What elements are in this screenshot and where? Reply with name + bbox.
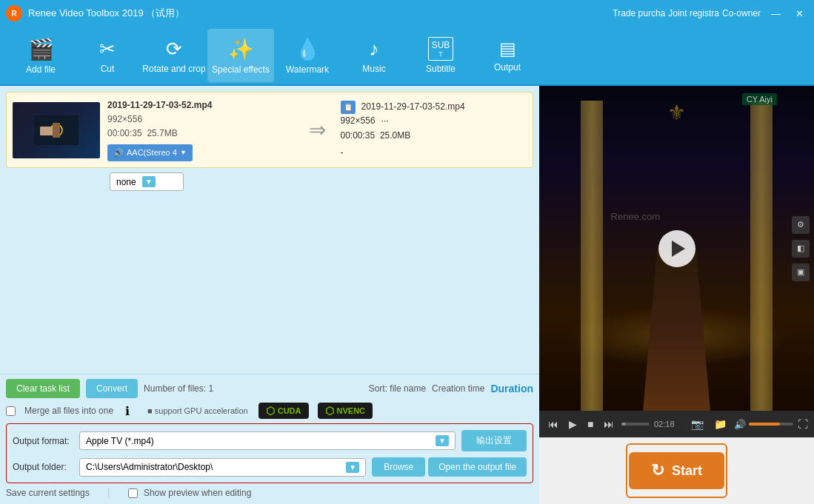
file-output-info: 📋 2019-11-29-17-03-52.mp4 992×556 ··· 00… [341, 100, 527, 160]
toolbar-effects-label: Special effects [212, 64, 270, 75]
sort-filename[interactable]: Sort: file name [369, 383, 426, 394]
nav-coowner[interactable]: Co-owner [722, 8, 761, 19]
folder-dropdown-arrow[interactable]: ▼ [346, 462, 359, 473]
app-title: Renee Video Toolbox 2019 （试用） [28, 7, 613, 20]
progress-bar[interactable] [621, 423, 650, 426]
cuda-badge: ⬡ CUDA [258, 403, 309, 419]
save-settings[interactable]: Save current settings [6, 488, 90, 498]
output-folder-row: Output folder: C:\Users\Administrator\De… [7, 454, 533, 480]
audio-select[interactable]: 🔊 AAC(Stereo 4 ▼ [107, 144, 193, 162]
input-resolution: 992×556 [107, 112, 294, 127]
browse-button[interactable]: Browse [372, 457, 425, 477]
toolbar-output[interactable]: ▤ Output [474, 29, 541, 82]
folder-button[interactable]: 📁 [711, 417, 730, 431]
toolbar-output-label: Output [494, 62, 521, 73]
video-side-btn-1[interactable]: ⚙ [792, 216, 810, 234]
rotate-icon: ⟳ [166, 38, 182, 61]
toolbar-watermark-label: Watermark [286, 64, 329, 75]
toolbar-cut[interactable]: ✂ Cut [74, 29, 141, 82]
output-folder-input[interactable]: C:\Users\Administrator\Desktop\ ▼ [79, 458, 366, 477]
convert-arrow: ⇒ [309, 118, 326, 142]
file-thumbnail [13, 102, 100, 158]
window-controls: — ✕ [767, 7, 808, 21]
output-resolution: 992×556 [341, 114, 376, 128]
toolbar-add-file[interactable]: 🎬 Add file [7, 29, 74, 82]
input-filename: 2019-11-29-17-03-52.mp4 [107, 98, 294, 112]
clear-task-button[interactable]: Clear task list [6, 379, 80, 398]
nav-trade[interactable]: Trade purcha [613, 8, 665, 19]
output-filename: 2019-11-29-17-03-52.mp4 [361, 100, 465, 114]
output-format-value: Apple TV (*.mp4) [86, 436, 154, 446]
toolbar-music[interactable]: ♪ Music [341, 29, 407, 82]
toolbar-subtitle[interactable]: SUBT Subtitle [407, 29, 474, 82]
volume-control: 🔊 [734, 419, 793, 430]
volume-bar[interactable] [749, 423, 793, 426]
start-label: Start [672, 463, 702, 479]
volume-icon[interactable]: 🔊 [734, 419, 746, 430]
video-side-btn-3[interactable]: ▣ [792, 263, 810, 281]
toolbar-music-label: Music [362, 64, 385, 74]
play-button[interactable] [658, 230, 695, 267]
file-list: 2019-11-29-17-03-52.mp4 992×556 00:00:35… [0, 86, 539, 374]
minimize-button[interactable]: — [767, 7, 785, 21]
thumbnail-image [13, 102, 100, 158]
nav-joint[interactable]: Joint registra [668, 8, 719, 19]
merge-label: Merge all files into one [24, 406, 113, 416]
toolbar-effects[interactable]: ✨ Special effects [207, 29, 274, 82]
file-controls: 🔊 AAC(Stereo 4 ▼ [107, 144, 294, 162]
bottom-controls: Clear task list Convert Number of files:… [0, 374, 539, 504]
left-panel: 2019-11-29-17-03-52.mp4 992×556 00:00:35… [0, 86, 539, 504]
cuda-label: CUDA [278, 406, 301, 415]
stop-button[interactable]: ■ [584, 417, 596, 431]
sort-creation[interactable]: Creation time [432, 383, 484, 394]
merge-gpu-row: Merge all files into one ℹ ■ support GPU… [6, 403, 533, 419]
nvenc-badge: ⬡ NVENC [318, 403, 373, 419]
file-input-info: 2019-11-29-17-03-52.mp4 992×556 00:00:35… [107, 98, 294, 161]
skip-end-button[interactable]: ⏭ [601, 417, 617, 431]
settings-button[interactable]: 输出设置 [461, 430, 527, 451]
preview-label: Show preview when editing [144, 488, 251, 498]
close-button[interactable]: ✕ [791, 7, 808, 21]
output-extra: - [341, 146, 527, 160]
titlebar: R Renee Video Toolbox 2019 （试用） Trade pu… [0, 0, 814, 27]
video-side-btn-2[interactable]: ◧ [792, 240, 810, 258]
output-icon: ▤ [499, 38, 516, 59]
preview-checkbox[interactable] [128, 488, 138, 498]
effects-icon: ✨ [228, 37, 254, 61]
file-count: Number of files: 1 [144, 383, 213, 394]
nvenc-label: NVENC [337, 406, 366, 415]
output-dots[interactable]: ··· [381, 114, 389, 128]
fullscreen-button[interactable]: ⛶ [798, 418, 808, 430]
start-area: ↻ Start [539, 437, 814, 504]
merge-checkbox[interactable] [6, 406, 16, 416]
open-output-button[interactable]: Open the output file [428, 457, 527, 477]
time-display: 02:18 [654, 420, 684, 429]
sort-duration[interactable]: Duration [490, 383, 533, 394]
convert-button[interactable]: Convert [86, 379, 138, 398]
start-button[interactable]: ↻ Start [629, 452, 724, 489]
output-tag: 📋 [341, 101, 356, 114]
task-row: Clear task list Convert Number of files:… [6, 379, 533, 398]
cut-icon: ✂ [99, 38, 116, 61]
effect-select[interactable]: none ▼ [110, 172, 184, 191]
format-dropdown-arrow[interactable]: ▼ [436, 435, 449, 446]
output-folder-value: C:\Users\Administrator\Desktop\ [86, 462, 213, 472]
camera-button[interactable]: 📷 [688, 417, 707, 431]
skip-start-button[interactable]: ⏮ [545, 417, 561, 431]
play-pause-button[interactable]: ▶ [566, 417, 580, 431]
video-side-controls: ⚙ ◧ ▣ [792, 216, 810, 281]
sort-options: Sort: file name Creation time Duration [369, 383, 533, 394]
toolbar-rotate-label: Rotate and crop [142, 64, 205, 74]
output-format-label: Output format: [13, 436, 79, 446]
main-area: 2019-11-29-17-03-52.mp4 992×556 00:00:35… [0, 86, 814, 504]
toolbar-watermark[interactable]: 💧 Watermark [274, 29, 341, 82]
output-duration-size: 00:00:35 25.0MB [341, 129, 527, 143]
video-controls-bar: ⏮ ▶ ■ ⏭ 02:18 📷 📁 🔊 ⛶ [539, 411, 814, 437]
effect-dropdown-arrow[interactable]: ▼ [142, 176, 156, 187]
video-background: ⚜ CY Aiyi Renee.com ⚙ ◧ ▣ [539, 86, 814, 411]
subtitle-icon: SUBT [428, 37, 454, 61]
start-button-box: ↻ Start [626, 443, 727, 498]
output-format-select[interactable]: Apple TV (*.mp4) ▼ [79, 431, 456, 450]
table-row: 2019-11-29-17-03-52.mp4 992×556 00:00:35… [6, 92, 533, 168]
toolbar-rotate[interactable]: ⟳ Rotate and crop [141, 29, 207, 82]
